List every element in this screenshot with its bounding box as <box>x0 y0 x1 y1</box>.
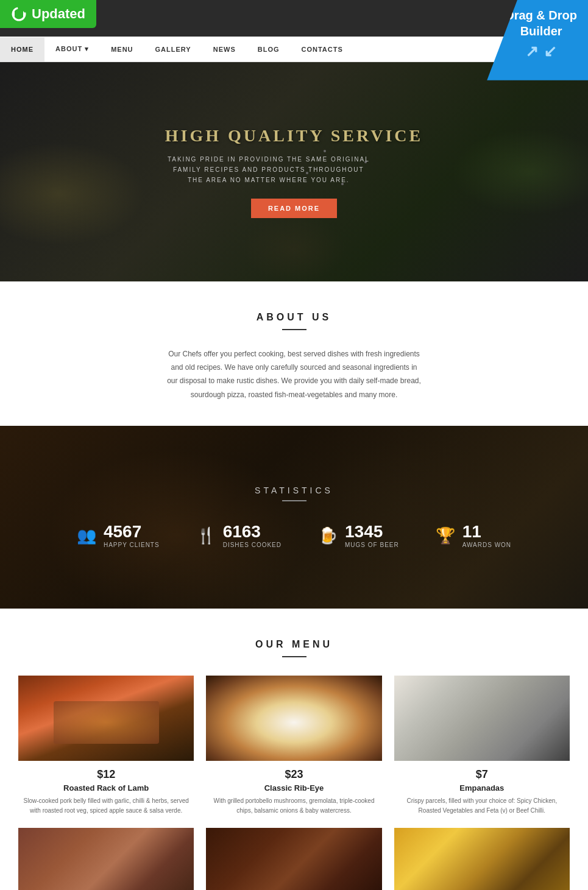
stat-beer: 🍺 1345 Mugs of beer <box>318 523 399 548</box>
stat-beer-number: 1345 <box>345 523 399 540</box>
menu-img-2 <box>206 676 381 761</box>
menu-grid: $12 Roasted Rack of Lamb Slow-cooked por… <box>18 676 570 890</box>
stat-awards-label: Awards won <box>462 542 511 548</box>
about-underline <box>282 329 306 330</box>
nav-gallery[interactable]: GALLERY <box>144 37 202 62</box>
menu-desc-3: Crispy parcels, filled with your choice … <box>394 796 570 816</box>
stats-background <box>0 426 588 609</box>
dnd-arrows-icon: ↗ ↙ <box>505 41 577 62</box>
nav-menu[interactable]: MENU <box>100 37 144 62</box>
stat-beer-data: 1345 Mugs of beer <box>345 523 399 548</box>
stat-dishes-icon: 🍴 <box>196 526 216 545</box>
about-title: ABOUT US <box>12 312 576 323</box>
stat-clients-data: 4567 Happy clients <box>104 523 160 548</box>
menu-img-6 <box>394 828 570 890</box>
stats-title: STATISTICS <box>255 486 333 495</box>
menu-price-2: $23 <box>206 768 381 781</box>
menu-img-4 <box>18 828 194 890</box>
stat-dishes: 🍴 6163 Dishes cooked <box>196 523 282 548</box>
menu-desc-1: Slow-cooked pork belly filled with garli… <box>18 796 194 816</box>
stats-row: 👥 4567 Happy clients 🍴 6163 Dishes cooke… <box>77 523 511 548</box>
stat-awards-icon: 🏆 <box>436 526 455 545</box>
menu-underline <box>282 656 306 657</box>
statistics-section: STATISTICS 👥 4567 Happy clients 🍴 6163 D… <box>0 426 588 609</box>
menu-img-3 <box>394 676 570 761</box>
menu-price-1: $12 <box>18 768 194 781</box>
sync-icon <box>11 6 27 22</box>
stat-beer-label: Mugs of beer <box>345 542 399 548</box>
menu-name-2: Classic Rib-Eye <box>206 783 381 793</box>
nav-home[interactable]: HOME <box>0 37 44 62</box>
nav-news[interactable]: NEWS <box>202 37 247 62</box>
about-section: ABOUT US Our Chefs offer you perfect coo… <box>0 281 588 426</box>
nav-about[interactable]: ABOUT ▾ <box>44 37 100 62</box>
stat-dishes-label: Dishes cooked <box>223 542 282 548</box>
menu-img-5 <box>206 828 381 890</box>
menu-img-1 <box>18 676 194 761</box>
hero-content: HIGH QUALITY SERVICE TAKING PRIDE IN PRO… <box>165 126 423 218</box>
nav-blog[interactable]: BLOG <box>247 37 291 62</box>
stat-awards-number: 11 <box>462 523 511 540</box>
hero-section: HIGH QUALITY SERVICE TAKING PRIDE IN PRO… <box>0 62 588 281</box>
stat-clients-label: Happy clients <box>104 542 160 548</box>
stat-beer-icon: 🍺 <box>318 526 338 545</box>
stat-clients-icon: 👥 <box>77 526 96 545</box>
menu-name-3: Empanadas <box>394 783 570 793</box>
hero-title: HIGH QUALITY SERVICE <box>165 126 423 146</box>
menu-item-2: $23 Classic Rib-Eye With grilled portobe… <box>206 676 381 816</box>
stat-awards-data: 11 Awards won <box>462 523 511 548</box>
stat-dishes-number: 6163 <box>223 523 282 540</box>
menu-item-4: $15 Beef Stew Slow-cooked beef with seas… <box>18 828 194 890</box>
menu-item-6: $9 Antipasto Platter Selection of cured … <box>394 828 570 890</box>
stat-awards: 🏆 11 Awards won <box>436 523 511 548</box>
menu-price-3: $7 <box>394 768 570 781</box>
menu-item-1: $12 Roasted Rack of Lamb Slow-cooked por… <box>18 676 194 816</box>
updated-label: Updated <box>32 6 85 22</box>
menu-name-1: Roasted Rack of Lamb <box>18 783 194 793</box>
updated-badge: Updated <box>0 0 96 28</box>
stats-underline <box>282 500 306 501</box>
menu-item-5: $18 Roast Beef Tender sliced roast beef … <box>206 828 381 890</box>
menu-item-3: $7 Empanadas Crispy parcels, filled with… <box>394 676 570 816</box>
stat-clients-number: 4567 <box>104 523 160 540</box>
hero-subtitle: TAKING PRIDE IN PROVIDING THE SAME ORIGI… <box>165 154 372 185</box>
about-text: Our Chefs offer you perfect cooking, bes… <box>166 347 422 401</box>
stat-happy-clients: 👥 4567 Happy clients <box>77 523 160 548</box>
nav-contacts[interactable]: CONTACTS <box>291 37 354 62</box>
hero-read-more-button[interactable]: READ MORE <box>251 199 337 218</box>
menu-section: OUR MENU $12 Roasted Rack of Lamb Slow-c… <box>0 609 588 890</box>
menu-desc-2: With grilled portobello mushrooms, gremo… <box>206 796 381 816</box>
dnd-label: Drag & DropBuilder <box>505 9 577 38</box>
stat-dishes-data: 6163 Dishes cooked <box>223 523 282 548</box>
menu-title: OUR MENU <box>18 639 570 650</box>
